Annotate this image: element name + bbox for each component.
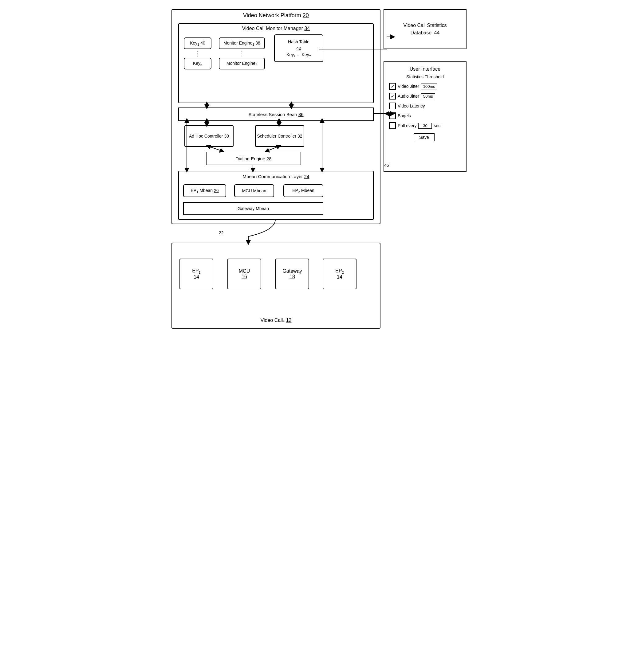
poll-label: Poll every [398, 123, 416, 128]
vcmm-ref: 34 [304, 26, 310, 31]
ssb-label: Stateless Session Bean [248, 112, 297, 117]
video-jitter-label: Video Jitter [398, 84, 419, 89]
video-jitter-checkbox[interactable]: ✓ [389, 83, 396, 90]
vc-label: Video Call₁ 12 [172, 317, 380, 323]
ui-row-poll: Poll every 30 sec [389, 122, 461, 129]
hash-ref: 42 [296, 45, 301, 52]
ep2-mbean-box: EP2 Mbean [283, 184, 323, 197]
mcu-box: MCU 16 [228, 259, 261, 289]
ep2-label: EP2 [335, 268, 343, 274]
vcmm-title-text: Video Call Monitor Manager [242, 26, 303, 31]
vnp-title-text: Video Network Platform [243, 12, 301, 18]
dialing-ref: 28 [266, 156, 272, 161]
vc-label-text: Video Call₁ [261, 317, 285, 323]
key1-ref: 40 [200, 40, 205, 46]
ep1-mbean-label: EP1 Mbean 26 [191, 188, 219, 194]
keyn-label: Keyn [193, 61, 202, 67]
key1-label: Key1 40 [190, 40, 205, 46]
video-jitter-value[interactable]: 100ms [421, 84, 437, 89]
ep2-ref: 14 [337, 274, 342, 280]
save-button[interactable]: Save [414, 133, 435, 141]
ui-title: User Interface [389, 66, 461, 72]
poll-suffix: sec [434, 123, 440, 128]
scheduler-label: Scheduler Controller 32 [257, 134, 302, 139]
mcu-label: MCU [239, 269, 250, 274]
ui-row-video-latency: Video Latency [389, 103, 461, 109]
adhoc-box: Ad Hoc Controller 30 [184, 125, 234, 147]
dots-me: ··· [239, 51, 245, 57]
poll-value[interactable]: 30 [418, 123, 432, 129]
vcsd-content: Video Call Statistics Database 44 [403, 22, 447, 37]
vnp-ref: 20 [303, 12, 309, 18]
adhoc-label: Ad Hoc Controller 30 [189, 134, 229, 139]
hash-box: Hash Table 42 Key₁ ... Keyₙ [274, 34, 323, 62]
vcsd-line2-ref: Database 44 [403, 29, 447, 37]
mcl-outer: Mbean Communication Layer 24 EP1 Mbean 2… [178, 171, 374, 220]
bagels-checkbox[interactable] [389, 113, 396, 119]
scheduler-box: Scheduler Controller 32 [255, 125, 304, 147]
poll-checkbox[interactable] [389, 122, 396, 129]
label-46: 46 [384, 163, 389, 168]
ssb-box: Stateless Session Bean 36 [178, 107, 374, 121]
dialing-box: Dialing Engine 28 [206, 152, 301, 165]
ep2-mbean-label: EP2 Mbean [292, 188, 314, 194]
ep1-mbean-box: EP1 Mbean 26 [183, 184, 226, 197]
vnp-title: Video Network Platform 20 [172, 12, 380, 19]
ui-box: User Interface Statistics Threshold ✓ Vi… [384, 62, 467, 172]
gw-mbean-box: Gateway Mbean [183, 202, 323, 215]
hash-line2: Key₁ ... Keyₙ [286, 52, 311, 58]
audio-jitter-label: Audio Jitter [398, 94, 419, 99]
gateway-label: Gateway [282, 269, 302, 274]
me1-box: Monitor Engine1 38 [219, 37, 265, 49]
mcu-ref: 16 [241, 274, 247, 279]
vc-outer: EP1 14 MCU 16 Gateway 18 EP2 14 Video Ca… [171, 243, 381, 329]
dialing-label: Dialing Engine [235, 156, 265, 161]
keyn-box: Keyn [184, 58, 212, 69]
me1-label: Monitor Engine1 38 [223, 40, 260, 46]
ui-subtitle: Statistics Threshold [389, 74, 461, 79]
ui-row-video-jitter: ✓ Video Jitter 100ms [389, 83, 461, 90]
audio-jitter-value[interactable]: 50ms [421, 93, 435, 99]
vnp-box: Video Network Platform 20 Video Call Mon… [171, 9, 381, 224]
video-latency-label: Video Latency [398, 104, 425, 108]
ssb-ref: 36 [298, 112, 304, 117]
mcu-mbean-box: MCU Mbean [234, 184, 274, 197]
hash-line1: Hash Table [288, 39, 309, 45]
ep1-ref: 14 [194, 274, 199, 280]
me2-label: Monitor Engine2 [226, 61, 257, 67]
gateway-ref: 18 [289, 274, 295, 279]
label-22: 22 [219, 230, 224, 235]
bagels-label: Bagels [398, 113, 411, 118]
vcmm-title: Video Call Monitor Manager 34 [179, 26, 373, 31]
vcmm-box: Video Call Monitor Manager 34 Key1 40 ··… [178, 23, 374, 103]
gw-mbean-label: Gateway Mbean [238, 206, 269, 211]
ui-row-bagels: Bagels [389, 113, 461, 119]
ep2-box: EP2 14 [323, 259, 356, 289]
video-latency-checkbox[interactable] [389, 103, 396, 109]
me2-box: Monitor Engine2 [219, 58, 265, 69]
me1-ref: 38 [255, 40, 260, 46]
mcl-title: Mbean Communication Layer 24 [179, 174, 373, 179]
audio-jitter-checkbox[interactable]: ✓ [389, 93, 396, 100]
gateway-box: Gateway 18 [275, 259, 309, 289]
vcsd-box: Video Call Statistics Database 44 [384, 9, 467, 49]
diagram-container: Video Network Platform 20 Video Call Mon… [171, 9, 467, 335]
ui-row-audio-jitter: ✓ Audio Jitter 50ms [389, 93, 461, 100]
vc-ref: 12 [286, 317, 292, 323]
key1-box: Key1 40 [184, 37, 212, 49]
vcsd-line1: Video Call Statistics [403, 22, 447, 29]
dots-left: ··· [194, 51, 201, 57]
ep1-label: EP1 [192, 268, 200, 274]
ep1-box: EP1 14 [180, 259, 213, 289]
mcu-mbean-label: MCU Mbean [242, 188, 266, 193]
